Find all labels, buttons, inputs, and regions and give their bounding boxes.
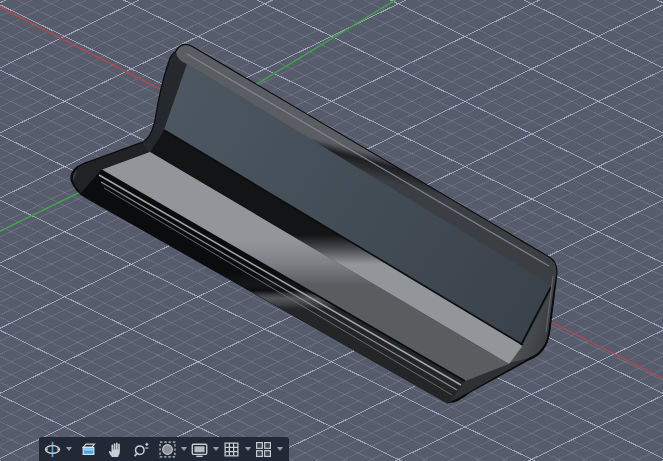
fit-dropdown[interactable] (180, 439, 188, 459)
grid-and-snaps-dropdown[interactable] (244, 439, 252, 459)
orbit-button[interactable] (43, 439, 63, 459)
chevron-down-icon (181, 447, 187, 451)
viewports-button[interactable] (254, 439, 274, 459)
chevron-down-icon (277, 447, 283, 451)
model-body[interactable] (72, 45, 557, 404)
viewports-icon (255, 441, 272, 458)
pan-button[interactable] (106, 439, 126, 459)
zoom-icon (133, 441, 150, 458)
fit-button[interactable] (158, 439, 178, 459)
scene-svg (0, 0, 663, 461)
look-at-icon (80, 441, 97, 458)
navigation-toolbar (39, 437, 289, 461)
orbit-dropdown[interactable] (65, 439, 73, 459)
chevron-down-icon (213, 447, 219, 451)
grid-and-snaps-button[interactable] (222, 439, 242, 459)
viewport-canvas[interactable] (0, 0, 663, 461)
display-settings-button[interactable] (190, 439, 210, 459)
grid-and-snaps-icon (223, 441, 240, 458)
viewports-dropdown[interactable] (276, 439, 284, 459)
chevron-down-icon (245, 447, 251, 451)
zoom-button[interactable] (131, 439, 151, 459)
display-settings-icon (191, 441, 208, 458)
fit-icon (159, 441, 176, 458)
display-settings-dropdown[interactable] (212, 439, 220, 459)
look-at-button[interactable] (79, 439, 99, 459)
chevron-down-icon (66, 447, 72, 451)
pan-icon (107, 441, 124, 458)
orbit-icon (44, 441, 61, 458)
